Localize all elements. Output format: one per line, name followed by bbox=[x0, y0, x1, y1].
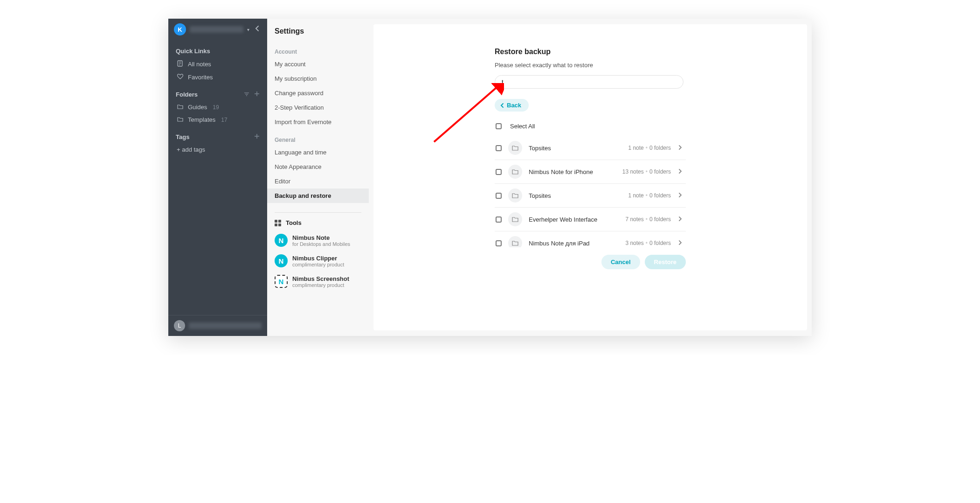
heart-icon bbox=[177, 74, 183, 81]
footer-buttons: Cancel Restore bbox=[495, 255, 686, 269]
select-all-label: Select All bbox=[510, 123, 535, 130]
row-folder-name: Nimbus Note для iPad bbox=[529, 240, 619, 247]
tool-name: Nimbus Note bbox=[292, 234, 350, 241]
bottom-avatar: L bbox=[174, 320, 185, 331]
search-input[interactable] bbox=[495, 75, 683, 89]
folder-count: 17 bbox=[221, 117, 227, 123]
folder-icon bbox=[508, 141, 522, 155]
collapse-sidebar-icon[interactable] bbox=[253, 23, 262, 35]
tool-icon: N bbox=[275, 254, 288, 267]
tool-item[interactable]: NNimbus Clippercomplimentary product bbox=[267, 251, 369, 271]
add-tags-link[interactable]: + add tags bbox=[168, 143, 267, 156]
restore-folder-row[interactable]: Everhelper Web Interface 7 notes•0 folde… bbox=[495, 208, 686, 231]
folder-icon bbox=[508, 236, 522, 247]
row-checkbox[interactable] bbox=[496, 240, 502, 246]
note-icon bbox=[177, 60, 183, 68]
settings-nav: Settings Account My accountMy subscripti… bbox=[267, 19, 369, 336]
chevron-right-icon[interactable] bbox=[677, 216, 683, 223]
settings-item[interactable]: Change password bbox=[267, 86, 369, 100]
restore-button[interactable]: Restore bbox=[645, 255, 686, 269]
sidebar: K ▾ Quick Links All notes Favorites Fold… bbox=[168, 19, 267, 336]
sidebar-folder-item[interactable]: Templates17 bbox=[168, 113, 267, 126]
folder-icon bbox=[177, 104, 183, 111]
folder-icon bbox=[508, 212, 522, 226]
chevron-right-icon[interactable] bbox=[677, 192, 683, 199]
sort-icon[interactable] bbox=[244, 91, 249, 98]
select-all-row[interactable]: Select All bbox=[495, 119, 686, 136]
tool-item[interactable]: NNimbus Screenshotcomplimentary product bbox=[267, 271, 369, 292]
account-section-label: Account bbox=[267, 41, 369, 57]
folder-list[interactable]: Topsites 1 note•0 folders Nimbus Note fo… bbox=[495, 136, 686, 247]
app-window: K ▾ Quick Links All notes Favorites Fold… bbox=[168, 19, 812, 336]
chevron-right-icon[interactable] bbox=[677, 239, 683, 247]
restore-folder-row[interactable]: Topsites 1 note•0 folders bbox=[495, 184, 686, 208]
row-folder-name: Topsites bbox=[529, 192, 621, 199]
sidebar-all-notes[interactable]: All notes bbox=[168, 57, 267, 71]
caret-down-icon[interactable]: ▾ bbox=[247, 27, 249, 32]
tool-name: Nimbus Clipper bbox=[292, 255, 344, 262]
content-card: Restore backup Please select exactly wha… bbox=[373, 24, 807, 330]
restore-title: Restore backup bbox=[495, 48, 779, 56]
tool-name: Nimbus Screenshot bbox=[292, 275, 349, 282]
username-blurred bbox=[190, 26, 243, 33]
row-folder-name: Nimbus Note for iPhone bbox=[529, 168, 616, 175]
bottom-user[interactable]: L bbox=[168, 315, 267, 336]
quick-links-header: Quick Links bbox=[168, 40, 267, 57]
back-button[interactable]: Back bbox=[495, 99, 529, 112]
row-meta: 1 note•0 folders bbox=[628, 145, 671, 151]
row-meta: 3 notes•0 folders bbox=[625, 240, 671, 246]
favorites-label: Favorites bbox=[188, 74, 213, 81]
folder-icon bbox=[508, 165, 522, 179]
row-checkbox[interactable] bbox=[496, 145, 502, 151]
settings-item[interactable]: Backup and restore bbox=[267, 189, 369, 203]
tool-subtitle: for Desktops and Mobiles bbox=[292, 241, 350, 247]
restore-folder-row[interactable]: Nimbus Note for iPhone 13 notes•0 folder… bbox=[495, 160, 686, 184]
all-notes-label: All notes bbox=[188, 61, 211, 68]
quick-links-label: Quick Links bbox=[176, 48, 210, 55]
settings-title: Settings bbox=[267, 19, 369, 41]
add-folder-icon[interactable] bbox=[254, 91, 260, 98]
row-checkbox[interactable] bbox=[496, 193, 502, 199]
grid-icon bbox=[275, 220, 281, 226]
folders-label: Folders bbox=[176, 91, 198, 98]
row-checkbox[interactable] bbox=[496, 217, 502, 223]
settings-item[interactable]: My account bbox=[267, 57, 369, 71]
add-tags-label: + add tags bbox=[177, 146, 205, 153]
cancel-button[interactable]: Cancel bbox=[601, 255, 640, 269]
tags-header: Tags bbox=[168, 126, 267, 143]
row-meta: 13 notes•0 folders bbox=[622, 168, 671, 175]
row-meta: 7 notes•0 folders bbox=[625, 216, 671, 223]
sidebar-favorites[interactable]: Favorites bbox=[168, 71, 267, 84]
sidebar-folder-item[interactable]: Guides19 bbox=[168, 101, 267, 113]
chevron-right-icon[interactable] bbox=[677, 168, 683, 175]
row-folder-name: Everhelper Web Interface bbox=[529, 216, 619, 223]
row-checkbox[interactable] bbox=[496, 169, 502, 175]
settings-item[interactable]: Import from Evernote bbox=[267, 115, 369, 129]
restore-description: Please select exactly what to restore bbox=[495, 62, 779, 69]
select-all-checkbox[interactable] bbox=[496, 123, 502, 129]
tool-icon: N bbox=[275, 275, 288, 288]
settings-item[interactable]: Language and time bbox=[267, 145, 369, 160]
arrow-annotation bbox=[429, 83, 504, 144]
row-meta: 1 note•0 folders bbox=[628, 192, 671, 199]
sidebar-header: K ▾ bbox=[168, 19, 267, 40]
add-tag-icon[interactable] bbox=[254, 133, 260, 140]
main-area: Restore backup Please select exactly wha… bbox=[369, 19, 812, 336]
folder-name: Templates bbox=[188, 116, 215, 123]
restore-folder-row[interactable]: Nimbus Note для iPad 3 notes•0 folders bbox=[495, 231, 686, 247]
settings-item[interactable]: My subscription bbox=[267, 71, 369, 86]
settings-item[interactable]: Editor bbox=[267, 174, 369, 189]
user-avatar[interactable]: K bbox=[174, 23, 186, 35]
folders-header: Folders bbox=[168, 84, 267, 101]
tool-item[interactable]: NNimbus Notefor Desktops and Mobiles bbox=[267, 230, 369, 251]
settings-item[interactable]: Note Appearance bbox=[267, 160, 369, 174]
tools-label: Tools bbox=[286, 219, 302, 226]
chevron-right-icon[interactable] bbox=[677, 144, 683, 152]
settings-item[interactable]: 2-Step Verification bbox=[267, 100, 369, 115]
folder-name: Guides bbox=[188, 104, 207, 111]
restore-folder-row[interactable]: Topsites 1 note•0 folders bbox=[495, 136, 686, 160]
tool-icon: N bbox=[275, 234, 288, 247]
restore-list: Select All Topsites 1 note•0 folders Nim… bbox=[495, 119, 686, 269]
back-label: Back bbox=[507, 102, 521, 109]
folder-icon bbox=[508, 189, 522, 203]
